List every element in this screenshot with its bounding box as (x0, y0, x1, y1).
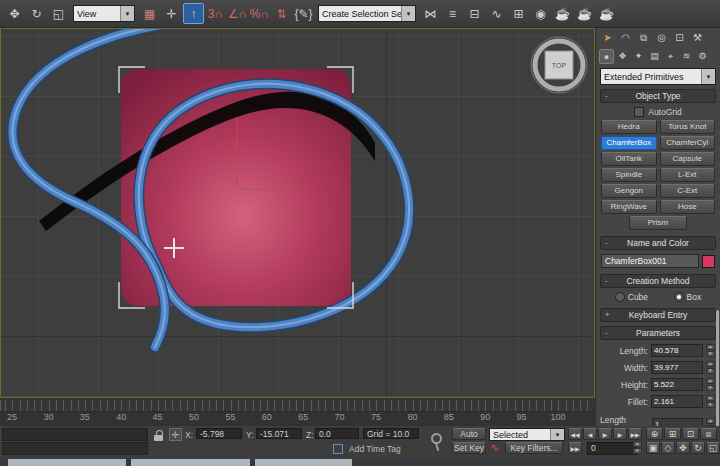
add-time-tag-label[interactable]: Add Time Tag (349, 444, 401, 454)
keyboard-entry-rollout-header[interactable]: + Keyboard Entry (600, 308, 716, 322)
object-type-button[interactable]: Prism (629, 216, 687, 230)
chevron-down-icon[interactable] (550, 429, 564, 440)
next-frame-button[interactable]: ▶ (613, 428, 627, 440)
spinner-control[interactable] (706, 378, 715, 391)
select-move-icon[interactable]: ✥ (4, 3, 25, 24)
go-to-start-button[interactable]: ◀◀ (568, 428, 582, 440)
maximize-viewport-icon[interactable]: ◱ (706, 442, 720, 454)
zoom-extents-all-icon[interactable]: ⧈ (700, 428, 717, 440)
spacewarps-button[interactable]: ≋ (679, 49, 694, 64)
zoom-icon[interactable]: ⊕ (646, 428, 663, 440)
motion-tab[interactable]: ◎ (653, 30, 670, 45)
cameras-button[interactable]: ▤ (647, 49, 662, 64)
track-bar[interactable] (2, 428, 148, 441)
select-scale-icon[interactable]: ◱ (48, 3, 69, 24)
chevron-down-icon[interactable] (401, 6, 415, 21)
parameter-input[interactable]: 39.977 (651, 361, 703, 374)
curve-editor-icon[interactable]: ∿ (486, 3, 507, 24)
utilities-tab[interactable]: ⚒ (689, 30, 706, 45)
object-type-button[interactable]: ChamferCyl (660, 136, 716, 150)
zoom-extents-icon[interactable]: ⊡ (682, 428, 699, 440)
primitive-category-dropdown[interactable]: Extended Primitives (600, 68, 716, 85)
previous-frame-button[interactable]: ◀ (583, 428, 597, 440)
z-coordinate-input[interactable]: 0.0 (315, 428, 359, 439)
zoom-region-icon[interactable]: ▣ (646, 442, 660, 454)
material-editor-icon[interactable]: ◉ (530, 3, 551, 24)
play-button[interactable]: ▶ (598, 428, 612, 440)
rendered-frame-icon[interactable]: ☕ (574, 3, 595, 24)
modify-tab[interactable]: ◠ (617, 30, 634, 45)
x-coordinate-input[interactable]: -5.798 (196, 428, 242, 439)
render-production-icon[interactable]: ☕ (596, 3, 617, 24)
angle-snap-icon[interactable]: ∠∩ (227, 3, 248, 24)
creation-method-rollout-header[interactable]: - Creation Method (600, 274, 716, 288)
y-coordinate-input[interactable]: -15.071 (256, 428, 302, 439)
hierarchy-tab[interactable]: ⧉ (635, 30, 652, 45)
object-type-rollout-header[interactable]: - Object Type (600, 89, 716, 103)
chevron-down-icon[interactable] (701, 69, 715, 84)
mirror-icon[interactable]: ⋈ (420, 3, 441, 24)
zoom-all-icon[interactable]: ⊞ (664, 428, 681, 440)
object-type-button[interactable]: Torus Knot (660, 120, 716, 134)
spinner-control[interactable] (706, 395, 715, 408)
viewport-top[interactable]: TOP (0, 28, 595, 398)
percent-snap-icon[interactable]: %∩ (249, 3, 270, 24)
object-type-button[interactable]: C-Ext (660, 184, 716, 198)
parameter-input[interactable]: 2.161 (651, 395, 703, 408)
object-type-button[interactable]: Hedra (601, 120, 657, 134)
key-filter-selection-dropdown[interactable]: Selected (489, 428, 565, 441)
parameters-rollout-header[interactable]: - Parameters (600, 326, 716, 340)
use-pivot-center-icon[interactable]: ▦ (139, 3, 160, 24)
radio-icon[interactable] (615, 292, 625, 302)
snaps-toggle-3d-icon[interactable]: 3∩ (205, 3, 226, 24)
helpers-button[interactable]: ⌖ (663, 49, 678, 64)
spinner-control[interactable] (706, 344, 715, 357)
auto-key-button[interactable]: Auto Key (452, 428, 486, 440)
layer-manager-icon[interactable]: ⊟ (464, 3, 485, 24)
object-type-button[interactable]: ChamferBox (601, 136, 657, 150)
object-type-button[interactable]: L-Ext (660, 168, 716, 182)
spinner-snap-icon[interactable]: ⇅ (271, 3, 292, 24)
selection-lock-icon[interactable] (152, 429, 165, 442)
spinner-control[interactable] (706, 361, 715, 374)
key-mode-button[interactable]: ▶▶ (568, 442, 582, 454)
creation-method-cube[interactable]: Cube (615, 292, 648, 302)
current-frame-input[interactable]: 0 (587, 442, 637, 455)
key-filters-button[interactable]: Key Filters... (505, 442, 563, 454)
select-rotate-icon[interactable]: ↻ (26, 3, 47, 24)
lights-button[interactable]: ✦ (631, 49, 646, 64)
named-selection-set-dropdown[interactable]: Create Selection Se (318, 5, 416, 22)
field-of-view-icon[interactable]: ◇ (661, 442, 675, 454)
orbit-icon[interactable]: ↻ (691, 442, 705, 454)
geometry-button[interactable]: ● (599, 49, 614, 64)
name-color-rollout-header[interactable]: - Name and Color (600, 236, 716, 250)
edit-named-selection-sets-icon[interactable]: {✎} (293, 3, 314, 24)
align-icon[interactable]: ≡ (442, 3, 463, 24)
frame-spinner[interactable] (633, 441, 642, 454)
object-type-button[interactable]: OilTank (601, 152, 657, 166)
autogrid-checkbox[interactable] (634, 107, 644, 117)
schematic-view-icon[interactable]: ⊞ (508, 3, 529, 24)
object-type-button[interactable]: RingWave (601, 200, 657, 214)
parameter-input[interactable]: 40.578 (651, 344, 703, 357)
kbd-override-icon[interactable]: ↑ (183, 3, 204, 24)
coordinate-system-dropdown[interactable]: View (73, 5, 135, 22)
set-key-button[interactable]: Set Key (452, 442, 486, 454)
shapes-button[interactable]: ❖ (615, 49, 630, 64)
radio-icon-selected[interactable] (674, 292, 684, 302)
select-manipulate-icon[interactable]: ✛ (161, 3, 182, 24)
timeline-ruler[interactable] (0, 400, 595, 412)
display-tab[interactable]: ⊡ (671, 30, 688, 45)
maxscript-mini-listener[interactable] (2, 442, 148, 455)
render-setup-icon[interactable]: ☕ (552, 3, 573, 24)
object-type-button[interactable]: Hose (660, 200, 716, 214)
object-name-input[interactable]: ChamferBox001 (601, 254, 699, 268)
object-type-button[interactable]: Capsule (660, 152, 716, 166)
new-keys-curve-icon[interactable]: ∿ (490, 441, 499, 454)
time-tag-icon[interactable] (333, 444, 343, 454)
viewcube[interactable]: TOP (531, 37, 587, 93)
object-color-swatch[interactable] (702, 255, 715, 268)
go-to-end-button[interactable]: ▶▶ (628, 428, 642, 440)
absolute-mode-icon[interactable]: ✛ (169, 428, 182, 441)
object-type-button[interactable]: Gengon (601, 184, 657, 198)
